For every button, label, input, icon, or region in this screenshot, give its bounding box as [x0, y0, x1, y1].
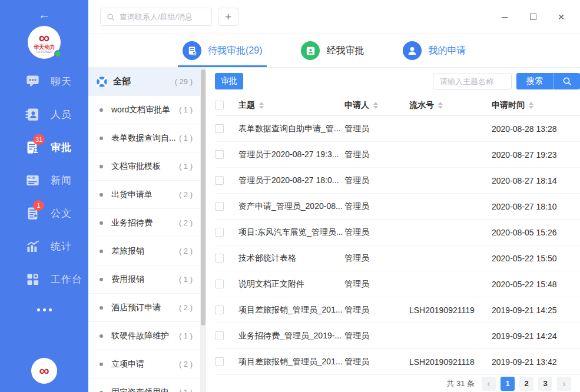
- page-button[interactable]: 1: [501, 377, 515, 391]
- table-row[interactable]: 表单数据查询自助申请_管... 管理员 2020-08-28 13:28: [215, 116, 580, 142]
- category-item[interactable]: 出货申请单 ( 2 ): [88, 181, 200, 209]
- cell-time: 2020-08-28 13:28: [492, 124, 571, 134]
- category-label: 固定资产领用申...: [111, 387, 179, 392]
- tab-myapps[interactable]: 我的申请: [403, 34, 466, 67]
- column-header-applicant[interactable]: 申请人: [344, 100, 409, 111]
- row-checkbox[interactable]: [215, 331, 224, 340]
- table-body: 表单数据查询自助申请_管... 管理员 2020-08-28 13:28 管理员…: [215, 116, 580, 375]
- row-checkbox[interactable]: [215, 176, 224, 185]
- category-item[interactable]: 差旅报销 ( 2 ): [88, 237, 200, 265]
- sidebar-item-news[interactable]: NEW 新闻: [0, 164, 88, 197]
- cell-applicant: 管理员: [344, 175, 409, 186]
- page-button[interactable]: 3: [538, 377, 552, 391]
- advanced-search-button[interactable]: [553, 73, 580, 89]
- next-page-button[interactable]: ›: [557, 377, 571, 391]
- cell-applicant: 管理员: [344, 279, 409, 290]
- approve-button[interactable]: 审批: [215, 73, 243, 89]
- page-button[interactable]: 2: [519, 377, 533, 391]
- category-item[interactable]: 立项申请 ( 2 ): [88, 350, 200, 378]
- table-row[interactable]: 技术部统计表格 管理员 2020-05-22 15:50: [215, 245, 580, 271]
- sidebar-item-people[interactable]: 人员: [0, 98, 88, 131]
- column-header-time[interactable]: 申请时间: [492, 100, 571, 111]
- category-item[interactable]: 业务招待费 ( 2 ): [88, 209, 200, 237]
- row-checkbox[interactable]: [215, 124, 224, 133]
- category-list: 全部 ( 29 ) word文档审批单 ( 1 ) 表单数据查询自... ( 1…: [88, 68, 200, 392]
- row-checkbox[interactable]: [215, 280, 224, 288]
- approval-icon: 31: [25, 139, 41, 155]
- category-item[interactable]: 酒店预订申请 ( 2 ): [88, 294, 200, 322]
- bullet-icon: [100, 250, 103, 253]
- table-row[interactable]: 项目差旅报销_管理员_201... 管理员 LSH20190921119 201…: [215, 297, 580, 323]
- column-header-subject[interactable]: 主题: [238, 100, 344, 111]
- app-logo-icon[interactable]: ∞: [31, 358, 57, 384]
- cell-subject: 管理员于2020-08-27 18:0...: [238, 175, 344, 186]
- category-item[interactable]: 软硬件故障维护 ( 1 ): [88, 322, 200, 350]
- select-all-checkbox[interactable]: [215, 101, 224, 109]
- more-icon[interactable]: [37, 308, 52, 311]
- table-row[interactable]: 管理员于2020-08-27 19:3... 管理员 2020-08-27 19…: [215, 142, 580, 168]
- table-row[interactable]: 业务招待费_管理员_2019-... 管理员 2019-09-21 14:24: [215, 323, 580, 349]
- cell-subject: 表单数据查询自助申请_管...: [238, 124, 344, 134]
- maximize-icon[interactable]: [519, 8, 547, 26]
- category-item[interactable]: word文档审批单 ( 1 ): [88, 96, 200, 124]
- sidebar: ← ∞ 华天动力 OA POWER 聊天 人员 31 审批 NEW 新闻 1 公…: [0, 0, 88, 392]
- sidebar-item-workbench[interactable]: 工作台: [0, 263, 88, 295]
- table-header: 主题 申请人 流水号 申请时间: [215, 95, 580, 116]
- svg-text:NEW: NEW: [28, 177, 35, 180]
- column-header-serial[interactable]: 流水号: [409, 100, 492, 111]
- prev-page-button[interactable]: ‹: [482, 377, 496, 391]
- sidebar-item-label: 统计: [51, 240, 72, 253]
- category-label: 立项申请: [111, 359, 179, 370]
- category-item[interactable]: 费用报销 ( 1 ): [88, 265, 200, 294]
- table-row[interactable]: 资产申请_管理员_2020-08... 管理员 2020-08-27 18:10: [215, 194, 580, 220]
- scrollbar-thumb[interactable]: [201, 69, 206, 325]
- category-label: 差旅报销: [111, 246, 179, 257]
- category-item[interactable]: 表单数据查询自... ( 1 ): [88, 124, 200, 152]
- search-button[interactable]: 搜索: [516, 73, 553, 89]
- category-count: ( 1 ): [179, 134, 193, 142]
- tab-reviewed[interactable]: 经我审批: [301, 34, 364, 67]
- tab-label: 我的申请: [428, 45, 466, 57]
- minimize-icon[interactable]: ─: [490, 8, 519, 26]
- row-checkbox[interactable]: [215, 357, 224, 366]
- bullet-icon: [100, 193, 103, 197]
- category-item[interactable]: 文档审批模板 ( 1 ): [88, 152, 200, 181]
- contact-search-input[interactable]: 查询联系人/群组/消息: [100, 8, 212, 26]
- cell-time: 2020-08-27 18:10: [492, 202, 571, 211]
- row-checkbox[interactable]: [215, 305, 224, 314]
- close-icon[interactable]: ✕: [547, 8, 575, 26]
- tab-pending[interactable]: 待我审批(29): [183, 34, 262, 67]
- table-row[interactable]: 说明文档正文附件 管理员 2020-05-22 15:48: [215, 271, 580, 297]
- sidebar-item-docs[interactable]: 1 公文: [0, 197, 88, 230]
- cell-subject: 项目差旅报销_管理员_201...: [238, 357, 344, 367]
- cell-applicant: 管理员: [344, 357, 409, 367]
- category-item[interactable]: 全部 ( 29 ): [88, 68, 200, 96]
- avatar[interactable]: ∞ 华天动力 OA POWER: [28, 26, 61, 59]
- table-row[interactable]: 项目:东风汽车展览_管理员... 管理员 2020-08-05 15:26: [215, 220, 580, 245]
- table-row[interactable]: 项目差旅报销_管理员_201... 管理员 LSH20190921118 201…: [215, 349, 580, 375]
- category-scrollbar[interactable]: [200, 68, 206, 392]
- collapse-back-icon[interactable]: ←: [38, 7, 50, 22]
- category-item[interactable]: 固定资产领用申... ( 1 ): [88, 378, 200, 392]
- category-count: ( 2 ): [179, 190, 193, 199]
- cell-time: 2019-09-21 13:42: [492, 357, 571, 367]
- stats-icon: [25, 238, 41, 254]
- sidebar-item-chat[interactable]: 聊天: [0, 65, 88, 98]
- add-button[interactable]: +: [218, 8, 238, 26]
- category-label: word文档审批单: [111, 105, 179, 115]
- sidebar-item-stats[interactable]: 统计: [0, 230, 88, 263]
- table-toolbar: 审批 搜索: [215, 68, 580, 95]
- subject-search-input[interactable]: [433, 74, 512, 89]
- row-checkbox[interactable]: [215, 202, 224, 211]
- magnifier-icon: [562, 77, 572, 86]
- topbar: 查询联系人/群组/消息 + ─ ✕: [88, 0, 580, 34]
- row-checkbox[interactable]: [215, 254, 224, 263]
- row-checkbox[interactable]: [215, 150, 224, 159]
- row-checkbox[interactable]: [215, 228, 224, 237]
- cell-time: 2020-08-27 19:23: [492, 150, 571, 160]
- sidebar-item-approval[interactable]: 31 审批: [0, 131, 88, 164]
- cell-subject: 说明文档正文附件: [238, 279, 344, 290]
- category-label: 业务招待费: [111, 218, 179, 228]
- page-list: 123: [501, 377, 552, 391]
- table-row[interactable]: 管理员于2020-08-27 18:0... 管理员 2020-08-27 18…: [215, 168, 580, 194]
